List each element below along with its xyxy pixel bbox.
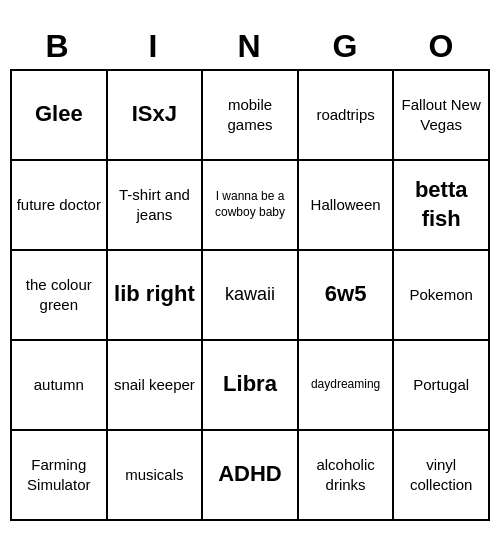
bingo-cell: Halloween — [299, 161, 395, 251]
bingo-cell-text: Pokemon — [410, 285, 473, 305]
bingo-header-letter: O — [394, 24, 490, 69]
bingo-cell-text: ISxJ — [132, 100, 177, 129]
bingo-cell: roadtrips — [299, 71, 395, 161]
bingo-cell-text: autumn — [34, 375, 84, 395]
bingo-cell-text: lib right — [114, 280, 195, 309]
bingo-cell-text: alcoholic drinks — [303, 455, 389, 494]
bingo-cell-text: T-shirt and jeans — [112, 185, 198, 224]
bingo-cell: alcoholic drinks — [299, 431, 395, 521]
bingo-cell: lib right — [108, 251, 204, 341]
bingo-cell-text: Glee — [35, 100, 83, 129]
bingo-cell: vinyl collection — [394, 431, 490, 521]
bingo-cell: ISxJ — [108, 71, 204, 161]
bingo-header-letter: G — [298, 24, 394, 69]
bingo-cell: kawaii — [203, 251, 299, 341]
bingo-cell-text: 6w5 — [325, 280, 367, 309]
bingo-cell-text: Halloween — [311, 195, 381, 215]
bingo-cell-text: Libra — [223, 370, 277, 399]
bingo-cell-text: vinyl collection — [398, 455, 484, 494]
bingo-cell-text: ADHD — [218, 460, 282, 489]
bingo-cell-text: mobile games — [207, 95, 293, 134]
bingo-card: BINGO GleeISxJmobile gamesroadtripsFallo… — [10, 24, 490, 521]
bingo-cell-text: daydreaming — [311, 377, 380, 393]
bingo-cell-text: betta fish — [398, 176, 484, 233]
bingo-cell: Libra — [203, 341, 299, 431]
bingo-header-letter: B — [10, 24, 106, 69]
bingo-cell: mobile games — [203, 71, 299, 161]
bingo-cell: future doctor — [12, 161, 108, 251]
bingo-cell-text: Farming Simulator — [16, 455, 102, 494]
bingo-cell: betta fish — [394, 161, 490, 251]
bingo-header-letter: N — [202, 24, 298, 69]
bingo-cell: Pokemon — [394, 251, 490, 341]
bingo-grid: GleeISxJmobile gamesroadtripsFallout New… — [10, 69, 490, 521]
bingo-cell: T-shirt and jeans — [108, 161, 204, 251]
bingo-cell: daydreaming — [299, 341, 395, 431]
bingo-cell: I wanna be a cowboy baby — [203, 161, 299, 251]
bingo-cell-text: musicals — [125, 465, 183, 485]
bingo-cell-text: roadtrips — [316, 105, 374, 125]
bingo-cell-text: the colour green — [16, 275, 102, 314]
bingo-cell-text: Fallout New Vegas — [398, 95, 484, 134]
bingo-cell-text: future doctor — [17, 195, 101, 215]
bingo-cell-text: Portugal — [413, 375, 469, 395]
bingo-cell: 6w5 — [299, 251, 395, 341]
bingo-cell: autumn — [12, 341, 108, 431]
bingo-cell: Glee — [12, 71, 108, 161]
bingo-cell-text: I wanna be a cowboy baby — [207, 189, 293, 220]
bingo-cell-text: snail keeper — [114, 375, 195, 395]
bingo-cell-text: kawaii — [225, 283, 275, 306]
bingo-cell: Farming Simulator — [12, 431, 108, 521]
bingo-cell: Portugal — [394, 341, 490, 431]
bingo-header: BINGO — [10, 24, 490, 69]
bingo-cell: Fallout New Vegas — [394, 71, 490, 161]
bingo-cell: the colour green — [12, 251, 108, 341]
bingo-cell: snail keeper — [108, 341, 204, 431]
bingo-cell: ADHD — [203, 431, 299, 521]
bingo-cell: musicals — [108, 431, 204, 521]
bingo-header-letter: I — [106, 24, 202, 69]
